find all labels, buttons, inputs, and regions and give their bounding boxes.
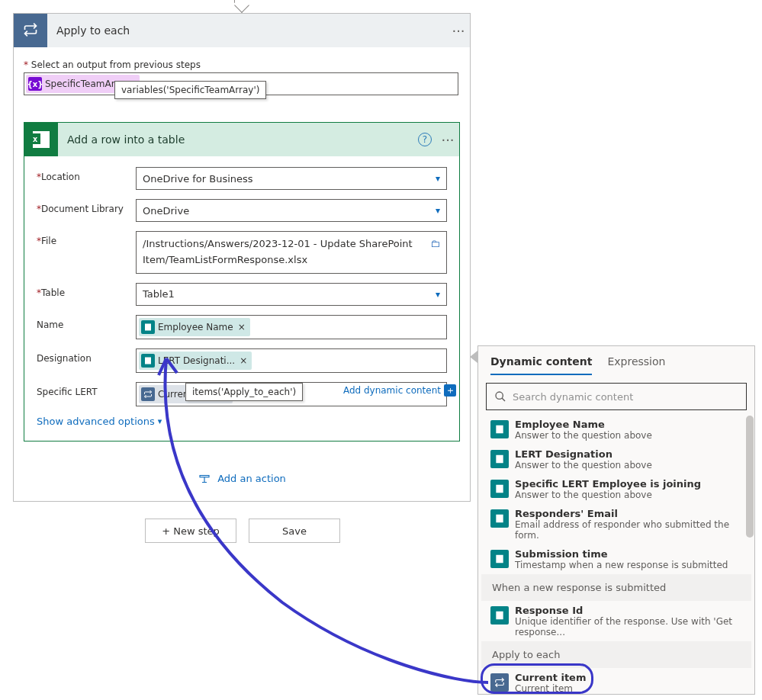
dynamic-item-specific-lert[interactable]: Specific LERT Employee is joiningAnswer … [481,474,751,504]
search-icon [494,390,506,403]
lert-designation-token[interactable]: LERT Designati... × [139,352,252,370]
svg-rect-0 [200,475,209,477]
variable-icon: {x} [28,77,42,91]
plus-icon: ＋ [444,384,456,397]
apply-to-each-header[interactable]: Apply to each ··· [14,14,470,47]
add-an-action-button[interactable]: Add an action [18,472,466,486]
chevron-down-icon: ▾ [436,289,440,300]
new-step-button[interactable]: + New step [145,519,236,543]
tab-expression[interactable]: Expression [607,355,665,375]
doclib-label: *Document Library [37,199,136,214]
add-dynamic-content-link[interactable]: Add dynamic content ＋ [343,384,456,397]
doclib-select[interactable]: OneDrive ▾ [136,199,447,222]
name-label: Name [37,315,136,330]
svg-point-1 [496,392,503,399]
forms-icon [490,550,509,568]
folder-icon[interactable]: 🗀 [430,236,440,252]
location-label: *Location [37,167,136,182]
file-picker[interactable]: /Instructions/Answers/2023-12-01 - Updat… [136,231,447,274]
help-icon[interactable]: ? [418,133,432,146]
loop-icon [141,387,155,401]
specific-lert-label: Specific LERT [37,382,136,397]
dynamic-content-panel: Dynamic content Expression Search dynami… [477,345,755,695]
location-select[interactable]: OneDrive for Business ▾ [136,167,447,190]
chevron-down-icon: ▾ [436,173,440,184]
apply-to-each-title: Apply to each [47,24,447,37]
incoming-arrow-icon [234,0,249,13]
remove-token-icon[interactable]: × [240,355,247,366]
apply-to-each-card: Apply to each ··· * Select an output fro… [13,13,471,502]
excel-icon [24,123,58,156]
chevron-down-icon: ▾ [158,416,162,426]
name-input[interactable]: Employee Name × [136,315,447,339]
remove-token-icon[interactable]: × [238,322,246,332]
forms-icon [490,606,509,625]
designation-label: Designation [37,348,136,364]
dynamic-item-responders-email[interactable]: Responders' EmailEmail address of respon… [481,504,751,544]
save-button[interactable]: Save [249,519,340,543]
add-row-action-header[interactable]: Add a row into a table ? ··· [24,123,459,156]
forms-icon [141,354,155,368]
dynamic-item-submission-time[interactable]: Submission timeTimestamp when a new resp… [481,544,751,574]
scrollbar[interactable] [746,416,754,538]
dynamic-item-lert-designation[interactable]: LERT DesignationAnswer to the question a… [481,445,751,474]
tab-dynamic-content[interactable]: Dynamic content [490,355,592,375]
table-select[interactable]: Table1 ▾ [136,283,447,306]
forms-icon [141,320,155,334]
apply-to-each-menu-button[interactable]: ··· [447,23,470,39]
file-label: *File [37,231,136,246]
employee-name-token[interactable]: Employee Name × [139,318,250,336]
loop-icon [14,14,47,47]
forms-icon [490,509,509,528]
select-output-label: * Select an output from previous steps [24,59,466,70]
panel-pointer-icon [470,351,477,363]
token-tooltip: variables('SpecificTeamArray') [114,81,266,99]
forms-icon [490,420,509,438]
dynamic-content-search-input[interactable]: Search dynamic content [486,383,747,410]
forms-icon [490,450,509,468]
add-row-action-title: Add a row into a table [58,133,418,146]
show-advanced-options-link[interactable]: Show advanced options▾ [37,416,162,427]
annotation-circle [481,663,593,694]
chevron-down-icon: ▾ [436,205,440,216]
dynamic-item-response-id[interactable]: Response IdUnique identifier of the resp… [481,601,751,641]
dynamic-section-when-new-response: When a new response is submitted [481,574,751,601]
forms-icon [490,480,509,498]
table-label: *Table [37,283,136,298]
add-action-icon [198,472,211,486]
dynamic-item-employee-name[interactable]: Employee NameAnswer to the question abov… [481,415,751,445]
designation-input[interactable]: LERT Designati... × [136,348,447,373]
items-tooltip: items('Apply_to_each') [185,383,303,401]
add-row-menu-button[interactable]: ··· [436,132,459,148]
